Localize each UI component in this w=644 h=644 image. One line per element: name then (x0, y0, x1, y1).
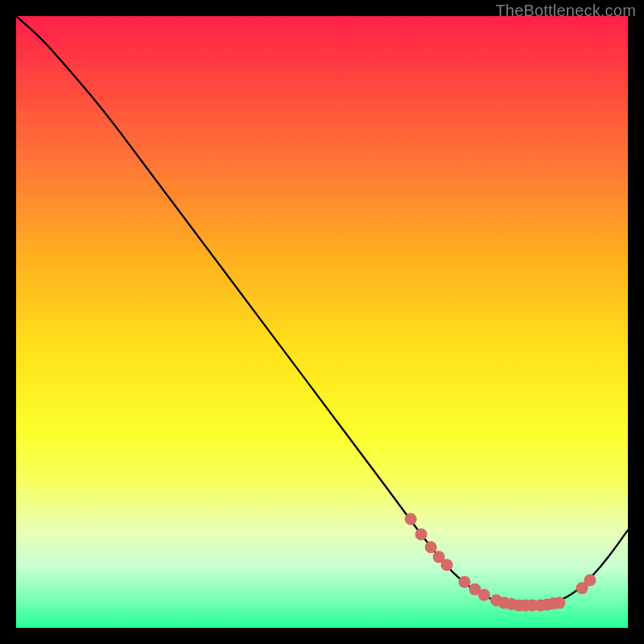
marker-point (441, 559, 453, 571)
marker-point (405, 513, 417, 525)
marker-point (459, 576, 471, 588)
plot-area (16, 16, 628, 628)
curve-layer (16, 16, 628, 628)
marker-point (478, 588, 490, 601)
marker-point (584, 574, 596, 586)
bottleneck-curve (16, 16, 628, 605)
marker-point (415, 528, 427, 540)
marker-point (553, 597, 565, 609)
marker-point (425, 541, 437, 553)
chart-frame: TheBottleneck.com (0, 0, 644, 644)
watermark-text: TheBottleneck.com (495, 2, 636, 20)
